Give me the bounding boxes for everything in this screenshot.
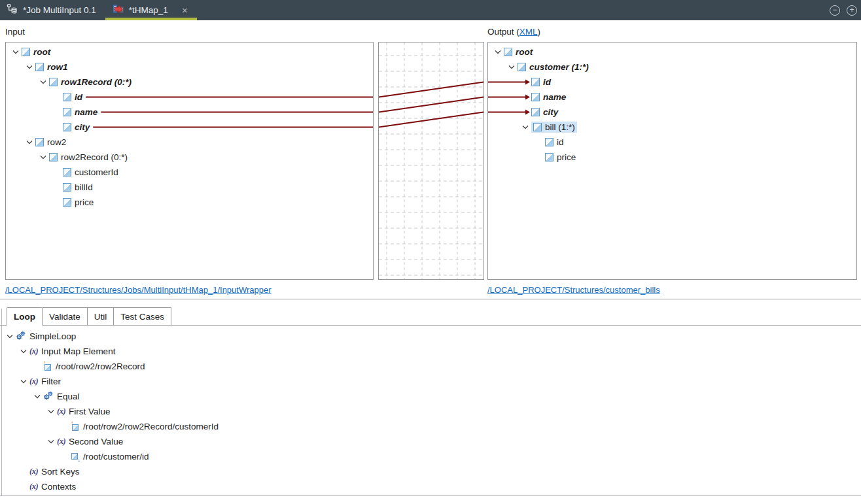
- tree-item-label: id: [543, 76, 553, 88]
- chevron-down-icon[interactable]: [10, 50, 22, 54]
- tree-item[interactable]: row1: [6, 59, 373, 75]
- chevron-down-icon[interactable]: [18, 349, 29, 354]
- tree-item-label: row1: [47, 61, 70, 73]
- tree-item-label: customer (1:*): [529, 61, 591, 73]
- fx-icon: (x): [29, 346, 38, 356]
- element-icon: [63, 168, 71, 176]
- tree-item[interactable]: customer (1:*): [488, 59, 856, 75]
- tree-item[interactable]: price: [6, 195, 373, 210]
- tree-item-label: Input Map Element: [41, 346, 117, 357]
- tree-item-label: SimpleLoop: [29, 331, 78, 342]
- chevron-down-icon[interactable]: [18, 379, 29, 384]
- horizontal-divider: [0, 299, 861, 299]
- element-icon: [531, 93, 540, 101]
- xml-link[interactable]: XML: [519, 27, 538, 37]
- tree-item[interactable]: (x)Filter: [0, 374, 857, 389]
- chevron-down-icon[interactable]: [37, 155, 49, 160]
- fx-icon: (x): [29, 482, 38, 492]
- expand-circle-icon[interactable]: +: [847, 5, 857, 16]
- chevron-down-icon[interactable]: [4, 334, 16, 339]
- tree-item-label: city: [75, 122, 92, 133]
- tree-item-label: name: [543, 92, 568, 103]
- input-structure-link[interactable]: /LOCAL_PROJECT/Structures/Jobs/MultiInpu…: [5, 285, 272, 295]
- input-element-icon: ↑: [43, 362, 52, 371]
- tree-item[interactable]: row2Record (0:*): [6, 150, 373, 165]
- tree-item[interactable]: city: [6, 120, 373, 135]
- tab-util[interactable]: Util: [88, 307, 114, 325]
- tree-item[interactable]: city: [488, 105, 856, 120]
- tree-item[interactable]: (x)Contexts: [0, 479, 857, 494]
- element-icon: [531, 108, 540, 116]
- tree-item[interactable]: row1Record (0:*): [6, 75, 373, 90]
- tree-item[interactable]: name: [6, 105, 373, 120]
- tree-item[interactable]: id: [488, 135, 856, 150]
- tree-item[interactable]: (x)Input Map Element: [0, 344, 857, 359]
- output-tree: rootcustomer (1:*)idnamecitybill (1:*)id…: [488, 42, 856, 165]
- input-structure-panel: rootrow1row1Record (0:*)idnamecityrow2ro…: [5, 42, 374, 280]
- mapping-canvas[interactable]: [378, 42, 484, 280]
- tree-item[interactable]: Equal: [0, 389, 857, 404]
- mapping-area: Input Output (XML) rootrow1row1Record (0…: [0, 20, 861, 301]
- tree-item[interactable]: ↑/root/row2/row2Record: [0, 359, 857, 374]
- fx-icon: (x): [29, 377, 38, 386]
- element-icon: [35, 138, 44, 146]
- tree-item[interactable]: id: [488, 75, 856, 90]
- chevron-down-icon[interactable]: [45, 439, 57, 444]
- chevron-down-icon[interactable]: [519, 125, 531, 129]
- tree-item[interactable]: (x)First Value: [0, 404, 857, 419]
- chevron-down-icon[interactable]: [37, 80, 49, 84]
- tree-item-label: First Value: [69, 406, 113, 417]
- output-structure-link[interactable]: /LOCAL_PROJECT/Structures/customer_bills: [487, 285, 660, 295]
- tree-item[interactable]: bill (1:*): [488, 120, 856, 135]
- tree-item-label: /root/customer/id: [83, 451, 151, 462]
- job-designer-icon: [7, 3, 18, 17]
- bottom-tab-row: Loop Validate Util Test Cases: [0, 307, 861, 326]
- input-element-icon: ↑: [71, 422, 80, 431]
- tree-item-label: price: [557, 152, 578, 163]
- input-tree: rootrow1row1Record (0:*)idnamecityrow2ro…: [6, 42, 373, 210]
- tree-item[interactable]: root: [488, 44, 856, 59]
- tree-item[interactable]: ↓/root/customer/id: [0, 449, 857, 464]
- tree-item-label: Contexts: [41, 481, 78, 492]
- tree-item-label: row2: [47, 137, 68, 148]
- tree-item-label: Filter: [41, 376, 63, 387]
- chevron-down-icon[interactable]: [492, 50, 504, 54]
- tree-item[interactable]: price: [488, 150, 856, 165]
- tree-item[interactable]: (x)Sort Keys: [0, 464, 857, 479]
- tree-item[interactable]: row2: [6, 135, 373, 150]
- chevron-down-icon[interactable]: [24, 65, 35, 69]
- tab-test-cases[interactable]: Test Cases: [114, 307, 171, 325]
- tree-item-label: Second Value: [69, 436, 125, 447]
- tree-item[interactable]: root: [6, 44, 373, 59]
- tree-item[interactable]: SimpleLoop: [0, 329, 857, 344]
- tree-item-label: customerId: [75, 167, 120, 178]
- tree-item[interactable]: customerId: [6, 165, 373, 180]
- tree-item-label: Equal: [57, 391, 82, 402]
- tree-item-label: root: [516, 46, 535, 58]
- tab-validate[interactable]: Validate: [43, 307, 88, 325]
- chevron-down-icon[interactable]: [24, 140, 35, 144]
- chevron-down-icon[interactable]: [45, 409, 57, 414]
- tab-thmap-1[interactable]: *tHMap_1 ×: [105, 0, 197, 20]
- chevron-down-icon[interactable]: [506, 65, 518, 69]
- tree-item[interactable]: billId: [6, 180, 373, 195]
- collapse-circle-icon[interactable]: −: [830, 5, 840, 16]
- window-buttons: − +: [830, 0, 861, 20]
- tree-item[interactable]: (x)Second Value: [0, 434, 857, 449]
- element-icon: [531, 78, 540, 86]
- element-icon: [22, 48, 30, 56]
- tree-item[interactable]: id: [6, 90, 373, 105]
- tree-item-label: Sort Keys: [41, 466, 82, 477]
- mapping-grid: [379, 42, 483, 279]
- tree-item[interactable]: name: [488, 90, 856, 105]
- tab-job-multiinput[interactable]: *Job MultiInput 0.1: [0, 0, 105, 20]
- tab-loop[interactable]: Loop: [7, 307, 43, 326]
- fx-icon: (x): [57, 437, 65, 446]
- chevron-down-icon[interactable]: [31, 394, 43, 399]
- output-structure-panel: rootcustomer (1:*)idnamecitybill (1:*)id…: [487, 42, 857, 280]
- fx-icon: (x): [29, 467, 38, 477]
- element-icon: [63, 93, 71, 101]
- close-icon[interactable]: ×: [182, 5, 188, 15]
- tree-item[interactable]: ↑/root/row2/row2Record/customerId: [0, 419, 857, 434]
- tab-label: *Job MultiInput 0.1: [23, 5, 96, 15]
